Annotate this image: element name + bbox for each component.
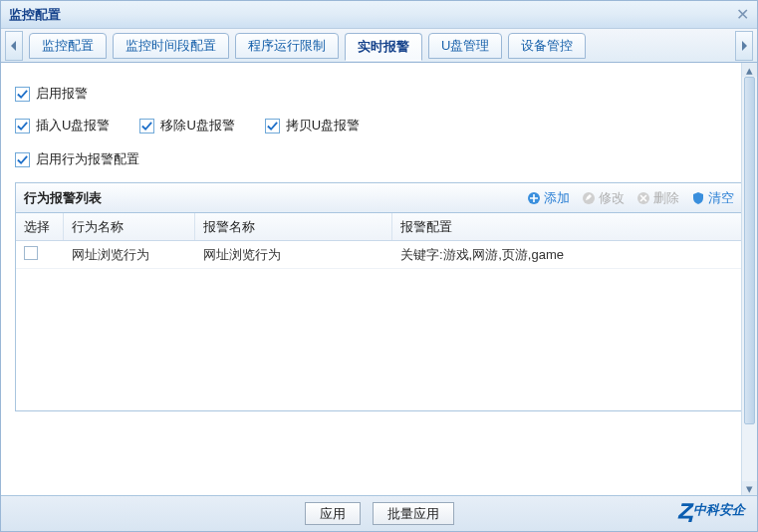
cell-name: 网址浏览行为: [64, 241, 195, 268]
action-label: 清空: [708, 189, 734, 207]
close-icon[interactable]: ✕: [736, 5, 749, 24]
usb-remove-checkbox[interactable]: [139, 119, 154, 133]
clear-button[interactable]: 清空: [691, 189, 734, 207]
cell-alarm: 网址浏览行为: [195, 241, 392, 268]
tabs-scroll-left-button[interactable]: [5, 31, 23, 61]
tab-program-limit[interactable]: 程序运行限制: [235, 33, 339, 59]
grid-header: 选择 行为名称 报警名称 报警配置: [16, 213, 742, 241]
tab-device-control[interactable]: 设备管控: [508, 33, 586, 59]
logo-icon: ⱬ: [677, 494, 691, 525]
panel-title: 行为报警列表: [24, 189, 527, 207]
apply-button[interactable]: 应用: [305, 502, 361, 525]
tab-strip: 监控配置 监控时间段配置 程序运行限制 实时报警 U盘管理 设备管控: [1, 29, 757, 63]
tab-label: 监控配置: [42, 37, 94, 55]
scrollbar-down-icon[interactable]: ▾: [742, 481, 757, 495]
brand-text: 中科安企: [693, 501, 745, 519]
tab-time-config[interactable]: 监控时间段配置: [113, 33, 229, 59]
col-alarm: 报警名称: [195, 213, 392, 240]
col-name: 行为名称: [64, 213, 195, 240]
delete-button[interactable]: 删除: [636, 189, 679, 207]
tab-monitor-config[interactable]: 监控配置: [29, 33, 107, 59]
tab-label: 程序运行限制: [248, 37, 326, 55]
behavior-panel: 行为报警列表 添加 修改 删除: [15, 182, 743, 411]
shield-icon: [691, 191, 705, 205]
brand-logo: ⱬ 中科安企: [677, 494, 745, 525]
usb-insert-checkbox[interactable]: [15, 119, 30, 133]
add-button[interactable]: 添加: [527, 189, 570, 207]
tab-label: 实时报警: [358, 38, 409, 56]
vertical-scrollbar[interactable]: ▴ ▾: [741, 63, 757, 495]
tab-label: 设备管控: [521, 37, 573, 55]
action-label: 添加: [544, 189, 570, 207]
titlebar: 监控配置 ✕: [1, 1, 757, 29]
enable-alarm-label: 启用报警: [36, 85, 88, 103]
tab-label: U盘管理: [441, 37, 489, 55]
action-label: 删除: [653, 189, 679, 207]
action-label: 修改: [599, 189, 625, 207]
plus-icon: [527, 191, 541, 205]
scrollbar-up-icon[interactable]: ▴: [742, 63, 757, 77]
cell-config: 关键字:游戏,网游,页游,game: [392, 241, 742, 268]
enable-behavior-checkbox[interactable]: [15, 152, 30, 167]
footer-bar: 应用 批量应用 ⱬ 中科安企: [1, 495, 757, 531]
window-title: 监控配置: [9, 6, 61, 24]
tab-usb-manage[interactable]: U盘管理: [428, 33, 502, 59]
x-icon: [636, 191, 650, 205]
usb-insert-label: 插入U盘报警: [36, 117, 110, 134]
scrollbar-thumb[interactable]: [744, 77, 755, 424]
edit-button[interactable]: 修改: [582, 189, 625, 207]
usb-copy-checkbox[interactable]: [265, 119, 280, 133]
batch-apply-button[interactable]: 批量应用: [373, 502, 454, 525]
col-select: 选择: [16, 213, 64, 240]
table-row[interactable]: 网址浏览行为 网址浏览行为 关键字:游戏,网游,页游,game: [16, 241, 742, 269]
enable-behavior-label: 启用行为报警配置: [36, 150, 139, 168]
row-checkbox[interactable]: [24, 246, 38, 260]
tab-label: 监控时间段配置: [126, 37, 216, 55]
pencil-icon: [582, 191, 596, 205]
usb-remove-label: 移除U盘报警: [160, 117, 234, 134]
col-config: 报警配置: [392, 213, 742, 240]
usb-copy-label: 拷贝U盘报警: [286, 117, 360, 134]
enable-alarm-checkbox[interactable]: [15, 87, 30, 102]
tab-realtime-alarm[interactable]: 实时报警: [345, 33, 422, 61]
tabs-scroll-right-button[interactable]: [735, 31, 753, 61]
